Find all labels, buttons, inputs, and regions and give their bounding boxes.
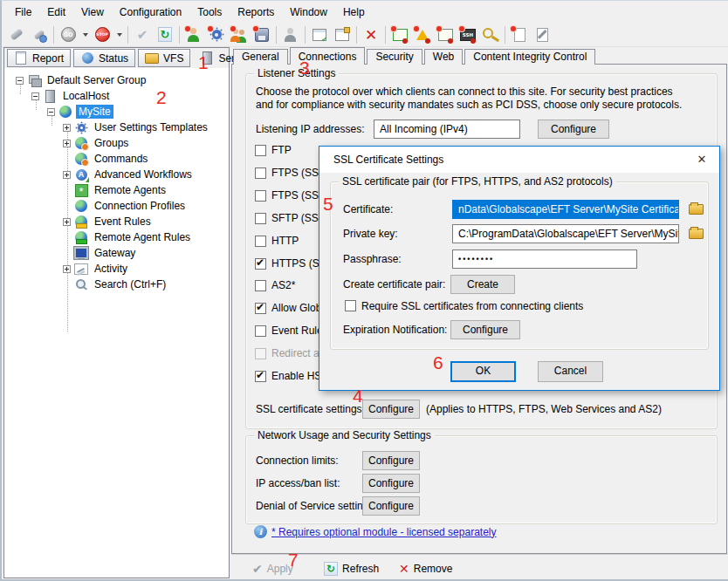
tab-vfs[interactable]: VFS xyxy=(138,49,190,67)
checkbox-ftps-ssl[interactable] xyxy=(255,167,266,179)
menu-configuration[interactable]: Configuration xyxy=(112,3,189,22)
tab-security[interactable]: Security xyxy=(367,49,422,65)
connection-limits-configure-button[interactable]: Configure xyxy=(362,451,420,470)
new-backup-icon[interactable] xyxy=(251,24,272,45)
tab-general[interactable]: General xyxy=(233,49,288,65)
checkbox-https-ss[interactable] xyxy=(255,258,266,270)
new-group-icon[interactable] xyxy=(229,24,250,45)
menu-reports[interactable]: Reports xyxy=(230,3,282,22)
gear-icon xyxy=(74,120,88,134)
checkbox-enable-hs[interactable] xyxy=(255,371,266,382)
annotation-1: 1 xyxy=(198,53,209,72)
expand-toggle[interactable] xyxy=(63,124,71,132)
certificate-icon[interactable] xyxy=(435,24,456,45)
tree-item-default-server-group[interactable]: Default Server Group xyxy=(16,72,148,88)
admin-user-icon[interactable] xyxy=(280,24,301,45)
tree-item-advanced-workflows[interactable]: Advanced Workflows xyxy=(63,167,195,182)
apply-button[interactable]: Apply xyxy=(252,562,293,576)
private-key-field[interactable]: C:\ProgramData\Globalscape\EFT Server\My… xyxy=(452,224,679,243)
passphrase-field[interactable]: •••••••• xyxy=(452,249,637,269)
checkbox-ftps-ssl[interactable] xyxy=(255,190,266,202)
new-certificate-icon[interactable] xyxy=(389,24,410,45)
annotation-7: 7 xyxy=(288,550,299,570)
new-user-icon[interactable] xyxy=(183,24,204,45)
connect-icon[interactable] xyxy=(6,24,27,45)
delete-icon[interactable] xyxy=(361,24,381,45)
checkbox-ftp[interactable] xyxy=(255,145,266,156)
menu-view[interactable]: View xyxy=(73,3,112,22)
private-key-browse-folder-icon[interactable] xyxy=(689,229,704,239)
expiration-configure-button[interactable]: Configure xyxy=(450,320,520,339)
expand-toggle[interactable] xyxy=(47,108,55,116)
tab-web[interactable]: Web xyxy=(424,49,463,65)
certificate-browse-folder-icon[interactable] xyxy=(689,204,704,215)
annotation-5: 5 xyxy=(323,195,333,214)
expand-toggle[interactable] xyxy=(63,140,71,147)
toolbar-separator xyxy=(179,26,180,44)
ssl-certificate-configure-button[interactable]: Configure xyxy=(362,400,420,419)
sign-document-icon[interactable] xyxy=(532,24,553,45)
tree-item-connection-profiles[interactable]: Connection Profiles xyxy=(63,198,188,214)
tree-item-gateway[interactable]: Gateway xyxy=(63,245,138,261)
expand-toggle[interactable] xyxy=(31,92,39,100)
listening-ip-configure-button[interactable]: Configure xyxy=(538,120,609,139)
checkbox-event-rule[interactable] xyxy=(255,325,266,337)
tree-item-groups[interactable]: Groups xyxy=(63,135,131,151)
checkbox-redirect-a[interactable] xyxy=(255,348,266,359)
tree-item-remote-agents[interactable]: Remote Agents xyxy=(63,182,168,198)
menu-help[interactable]: Help xyxy=(335,3,373,22)
socket-settings-icon[interactable] xyxy=(29,24,50,45)
menu-file[interactable]: File xyxy=(7,3,39,22)
expand-toggle[interactable] xyxy=(63,265,71,273)
new-report-icon[interactable] xyxy=(509,24,530,45)
new-settings-icon[interactable] xyxy=(206,24,227,45)
cancel-button[interactable]: Cancel xyxy=(538,361,603,382)
require-ssl-certificates-checkbox[interactable] xyxy=(345,300,356,311)
checkbox-allow-glob[interactable] xyxy=(255,303,266,314)
checkbox-sftp-ssh[interactable] xyxy=(255,213,266,224)
expand-toggle[interactable] xyxy=(16,77,24,85)
close-icon[interactable]: ✕ xyxy=(690,149,714,168)
remove-button[interactable]: Remove xyxy=(399,562,452,576)
go-dropdown-icon[interactable] xyxy=(80,24,90,45)
certificate-field[interactable]: nData\Globalscape\EFT Server\MySite Cert… xyxy=(452,200,679,219)
tab-report[interactable]: Report xyxy=(7,49,71,67)
protocol-label: Redirect a xyxy=(271,347,319,359)
refresh-button[interactable]: Refresh xyxy=(324,563,379,575)
tree-item-search-ctrl-f[interactable]: Search (Ctrl+F) xyxy=(63,277,168,292)
tab-status[interactable]: Status xyxy=(73,49,135,67)
apply-check-icon[interactable] xyxy=(132,24,153,45)
new-folder-icon[interactable] xyxy=(332,24,353,45)
stop-dropdown-icon[interactable] xyxy=(114,24,124,45)
stop-button[interactable]: STOP xyxy=(92,24,113,45)
keys-icon[interactable] xyxy=(480,24,501,45)
menu-window[interactable]: Window xyxy=(282,3,335,22)
checkbox-as2[interactable] xyxy=(255,280,266,291)
certificate-warning-icon[interactable] xyxy=(412,24,433,45)
create-button[interactable]: Create xyxy=(450,275,515,294)
ssh-certificate-icon[interactable]: SSH xyxy=(457,24,478,45)
menu-tools[interactable]: Tools xyxy=(189,3,230,22)
dialog-titlebar[interactable]: SSL Certificate Settings ✕ xyxy=(319,147,719,173)
tab-content-integrity-control[interactable]: Content Integrity Control xyxy=(464,49,595,65)
tree-item-mysite[interactable]: MySite xyxy=(47,104,113,120)
refresh-page-icon[interactable] xyxy=(155,24,175,45)
listening-ip-value[interactable]: All Incoming (IPv4) xyxy=(374,120,520,139)
go-button[interactable]: GO xyxy=(58,24,79,45)
site-tab-bar: GeneralConnectionsSecurityWebContent Int… xyxy=(233,47,597,65)
tree-item-localhost[interactable]: LocalHost xyxy=(31,88,112,104)
tree-item-remote-agent-rules[interactable]: Remote Agent Rules xyxy=(63,229,193,245)
denial-of-service-settings-configure-button[interactable]: Configure xyxy=(362,496,420,516)
tree-item-commands[interactable]: Commands xyxy=(63,151,150,167)
tree-item-user-settings-templates[interactable]: User Settings Templates xyxy=(63,120,210,135)
expand-toggle[interactable] xyxy=(63,218,71,226)
menu-edit[interactable]: Edit xyxy=(39,3,73,22)
license-footnote-link[interactable]: * Requires optional module - licensed se… xyxy=(271,526,496,538)
ok-button[interactable]: OK xyxy=(450,361,516,382)
expand-toggle[interactable] xyxy=(63,171,71,179)
tree-item-event-rules[interactable]: Event Rules xyxy=(63,214,154,229)
ip-access-ban-list-configure-button[interactable]: Configure xyxy=(362,474,420,493)
tree-item-activity[interactable]: Activity xyxy=(63,261,130,277)
schedule-report-icon[interactable] xyxy=(309,24,330,45)
checkbox-http[interactable] xyxy=(255,236,266,247)
